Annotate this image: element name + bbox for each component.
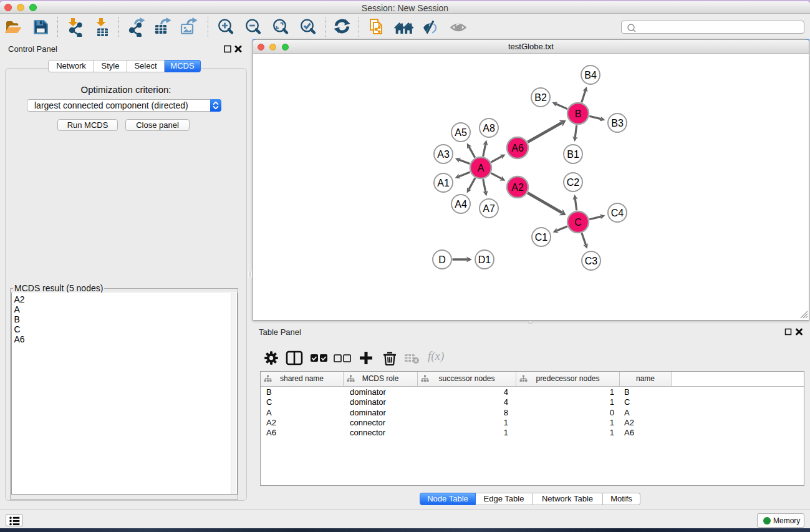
svg-text:A8: A8 — [483, 123, 495, 133]
svg-text:B2: B2 — [534, 92, 547, 103]
svg-text:A: A — [478, 163, 485, 173]
svg-text:B: B — [575, 109, 582, 119]
svg-text:C3: C3 — [585, 256, 598, 266]
svg-text:A2: A2 — [511, 182, 524, 193]
svg-text:A5: A5 — [455, 127, 467, 138]
svg-text:A4: A4 — [455, 199, 467, 210]
svg-text:C4: C4 — [611, 208, 624, 218]
svg-text:A6: A6 — [511, 143, 524, 153]
svg-text:A1: A1 — [437, 178, 450, 188]
svg-text:C: C — [574, 217, 582, 228]
svg-text:D: D — [438, 254, 446, 265]
svg-text:C2: C2 — [567, 177, 580, 188]
svg-text:B1: B1 — [567, 149, 579, 160]
svg-text:B3: B3 — [611, 118, 624, 128]
svg-text:D1: D1 — [478, 254, 491, 265]
svg-text:A7: A7 — [483, 203, 495, 214]
svg-text:B4: B4 — [584, 70, 597, 80]
svg-text:A3: A3 — [437, 149, 450, 160]
svg-text:C1: C1 — [535, 232, 548, 243]
